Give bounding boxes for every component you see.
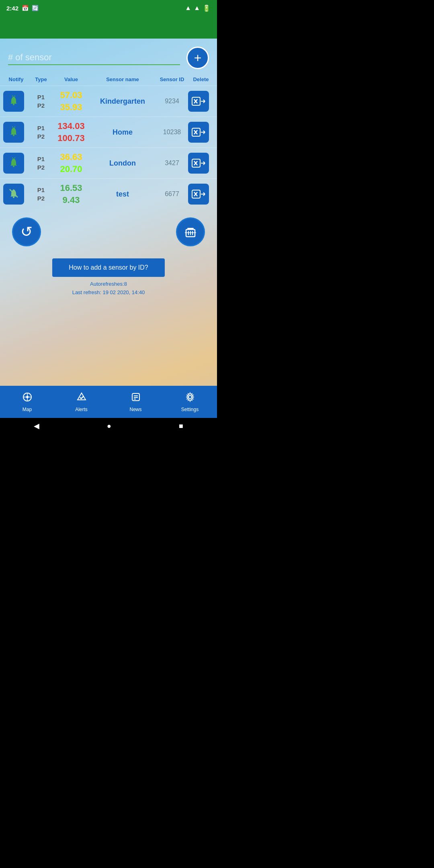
delete-all-button[interactable] <box>176 217 205 246</box>
nav-map-label: Map <box>23 407 32 412</box>
action-row: ↺ <box>0 209 217 254</box>
home-button[interactable]: ● <box>107 422 111 430</box>
value-col-2: 36.63 20.70 <box>53 152 89 174</box>
sensor-name-3[interactable]: test <box>89 190 156 199</box>
settings-icon <box>185 392 195 405</box>
svg-point-49 <box>188 395 192 399</box>
sync-icon: 🔄 <box>32 5 39 11</box>
value-col-3: 16.53 9.43 <box>53 183 89 205</box>
nav-news[interactable]: News <box>108 392 163 412</box>
p2-type-3: P2 <box>37 195 45 202</box>
p2-type-0: P2 <box>37 102 45 109</box>
p2-value-0: 35.93 <box>60 102 82 113</box>
sensor-row-3: P1 P2 16.53 9.43 test 6677 <box>0 178 217 209</box>
nav-alerts[interactable]: Alerts <box>54 392 108 412</box>
android-nav: ◀ ● ■ <box>0 418 217 434</box>
signal-icon: ▲ <box>194 4 200 12</box>
th-sensor-name: Sensor name <box>89 76 156 82</box>
bottom-nav: Map Alerts News Settings <box>0 386 217 418</box>
th-delete: Delete <box>188 76 214 82</box>
trash-lines-icon <box>183 225 198 239</box>
delete-button-3[interactable] <box>188 184 209 205</box>
th-notify: Notify <box>3 76 29 82</box>
p2-type-1: P2 <box>37 133 45 140</box>
bell-button-2[interactable] <box>3 153 24 174</box>
p1-type-1: P1 <box>37 125 45 131</box>
sensor-name-2[interactable]: London <box>89 159 156 168</box>
sensor-id-input[interactable] <box>8 51 180 65</box>
nav-map[interactable]: Map <box>0 392 54 412</box>
nav-settings[interactable]: Settings <box>163 392 217 412</box>
app-bar <box>0 16 217 39</box>
th-sensor-id: Sensor ID <box>156 76 188 82</box>
auto-refreshes-text: Autorefreshes:8 <box>72 280 145 289</box>
sensor-row-1: P1 P2 134.03 100.73 Home 10238 <box>0 117 217 147</box>
bell-button-1[interactable] <box>3 122 24 143</box>
news-icon <box>131 392 141 405</box>
bell-icon-0 <box>8 95 19 108</box>
p1-value-3: 16.53 <box>60 183 82 193</box>
p1-value-0: 57.03 <box>60 90 82 100</box>
delete-button-2[interactable] <box>188 153 209 174</box>
search-input-wrap <box>8 51 180 65</box>
bell-icon-3 <box>8 188 19 201</box>
bell-icon-2 <box>8 157 19 170</box>
value-col-1: 134.03 100.73 <box>53 121 89 143</box>
table-header: Notify Type Value Sensor name Sensor ID … <box>0 73 217 86</box>
svg-point-0 <box>13 104 14 105</box>
bell-icon-1 <box>8 126 19 139</box>
p2-value-2: 20.70 <box>60 164 82 174</box>
type-col-2: P1 P2 <box>29 156 53 171</box>
sensor-row-0: P1 P2 57.03 35.93 Kindergarten 9234 <box>0 86 217 117</box>
sensor-id-1: 10238 <box>156 129 188 136</box>
th-type: Type <box>29 76 53 82</box>
nav-news-label: News <box>129 407 141 412</box>
p2-value-3: 9.43 <box>63 195 80 205</box>
value-col-0: 57.03 35.93 <box>53 90 89 113</box>
sensor-id-3: 6677 <box>156 190 188 198</box>
last-refresh-text: Last refresh: 19 02 2020, 14:40 <box>72 289 145 297</box>
p1-value-1: 134.03 <box>57 121 84 131</box>
bell-button-0[interactable] <box>3 91 24 112</box>
p1-type-0: P1 <box>37 94 45 100</box>
p1-type-3: P1 <box>37 186 45 193</box>
info-section: How to add a sensor by ID? Autorefreshes… <box>0 254 217 305</box>
sensor-name-1[interactable]: Home <box>89 128 156 137</box>
sensor-name-0[interactable]: Kindergarten <box>89 97 156 106</box>
status-bar: 2:42 📅 🔄 ▲ ▲ 🔋 <box>0 0 217 16</box>
recent-button[interactable]: ■ <box>179 422 183 430</box>
th-value: Value <box>53 76 89 82</box>
battery-icon: 🔋 <box>203 4 211 12</box>
refresh-icon: ↺ <box>20 223 33 240</box>
calendar-icon: 📅 <box>22 5 29 11</box>
back-button[interactable]: ◀ <box>34 422 39 430</box>
sensor-table: P1 P2 57.03 35.93 Kindergarten 9234 <box>0 86 217 209</box>
alerts-icon <box>76 392 87 405</box>
p2-type-2: P2 <box>37 164 45 171</box>
map-icon <box>22 392 33 405</box>
sensor-id-2: 3427 <box>156 160 188 167</box>
svg-point-9 <box>13 135 14 136</box>
nav-alerts-label: Alerts <box>75 407 88 412</box>
nav-settings-label: Settings <box>181 407 199 412</box>
search-area: + <box>0 39 217 73</box>
type-col-1: P1 P2 <box>29 125 53 140</box>
delete-button-1[interactable] <box>188 122 209 143</box>
p1-value-2: 36.63 <box>60 152 82 162</box>
sensor-row-2: P1 P2 36.63 20.70 London 3427 <box>0 147 217 178</box>
type-col-3: P1 P2 <box>29 186 53 202</box>
type-col-0: P1 P2 <box>29 94 53 109</box>
bell-button-3[interactable] <box>3 184 24 205</box>
add-icon: + <box>194 51 202 64</box>
refresh-button[interactable]: ↺ <box>12 217 41 246</box>
sensor-id-0: 9234 <box>156 98 188 105</box>
how-to-add-button[interactable]: How to add a sensor by ID? <box>52 258 165 277</box>
svg-point-18 <box>13 166 14 167</box>
p2-value-1: 100.73 <box>57 133 84 143</box>
add-sensor-button[interactable]: + <box>186 47 209 69</box>
status-time: 2:42 <box>6 5 18 12</box>
svg-rect-35 <box>187 228 194 229</box>
wifi-icon: ▲ <box>185 4 191 12</box>
delete-button-0[interactable] <box>188 91 209 112</box>
svg-point-27 <box>13 197 14 198</box>
